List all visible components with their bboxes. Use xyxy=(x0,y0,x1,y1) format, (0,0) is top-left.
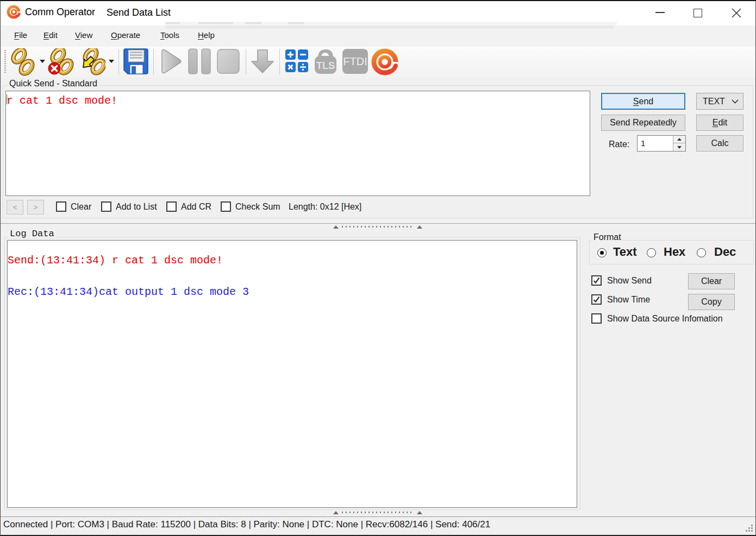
svg-text:TLS: TLS xyxy=(316,60,335,71)
svg-text:FTDI: FTDI xyxy=(343,55,367,67)
